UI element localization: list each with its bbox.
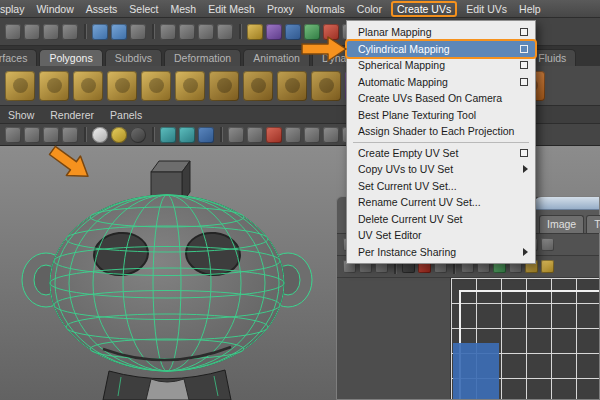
poly-helix-icon[interactable] xyxy=(311,71,341,101)
wireframe-display-icon[interactable] xyxy=(92,127,108,143)
file-new-icon[interactable] xyxy=(5,24,21,40)
uv-shaded-region xyxy=(453,343,499,399)
submenu-arrow-icon xyxy=(523,248,528,256)
menu-item-delete-current-uv-set[interactable]: Delete Current UV Set xyxy=(347,211,535,228)
poly-pyramid-icon[interactable] xyxy=(243,71,273,101)
menu-item-create-empty-uv-set[interactable]: Create Empty UV Set xyxy=(347,145,535,162)
menu-item-label: Create Empty UV Set xyxy=(358,147,516,159)
menu-item-label: Set Current UV Set... xyxy=(358,180,528,192)
menu-item-label: Assign Shader to Each Projection xyxy=(358,125,528,137)
shadows-icon[interactable] xyxy=(179,127,195,143)
poly-prism-icon[interactable] xyxy=(209,71,239,101)
uv-editor-side-panel xyxy=(337,278,451,399)
image-plane-icon[interactable] xyxy=(62,127,78,143)
menubar-item-edit-uvs[interactable]: Edit UVs xyxy=(460,3,513,15)
option-box-icon[interactable] xyxy=(520,45,528,53)
uv-menu-textures[interactable]: Textures xyxy=(586,215,600,233)
menu-item-planar-mapping[interactable]: Planar Mapping xyxy=(347,24,535,41)
menu-item-create-uvs-based-on-camera[interactable]: Create UVs Based On Camera xyxy=(347,90,535,107)
menubar-item-normals[interactable]: Normals xyxy=(300,3,351,15)
construction-history-icon[interactable] xyxy=(285,24,301,40)
screen-ao-icon[interactable] xyxy=(198,127,214,143)
menubar-item-assets[interactable]: Assets xyxy=(80,3,124,15)
uv-layout-icon[interactable] xyxy=(541,238,554,251)
menu-item-rename-current-uv-set[interactable]: Rename Current UV Set... xyxy=(347,194,535,211)
shelf-tab-polygons[interactable]: Polygons xyxy=(39,49,102,66)
menu-item-label: Cylindrical Mapping xyxy=(358,43,516,55)
menu-item-best-plane-texturing-tool[interactable]: Best Plane Texturing Tool xyxy=(347,107,535,124)
poly-sphere-icon[interactable] xyxy=(5,71,35,101)
menu-item-per-instance-sharing[interactable]: Per Instance Sharing xyxy=(347,244,535,261)
uv-grid-view[interactable] xyxy=(451,278,599,399)
shelf-tab-subdivs[interactable]: Subdivs xyxy=(105,49,162,66)
menu-item-label: Copy UVs to UV Set xyxy=(358,163,519,175)
panel-menu-renderer[interactable]: Renderer xyxy=(50,109,94,121)
menu-item-label: Per Instance Sharing xyxy=(358,246,519,258)
lighting-icon[interactable] xyxy=(160,127,176,143)
menubar-item-edit-mesh[interactable]: Edit Mesh xyxy=(202,3,261,15)
select-object-icon[interactable] xyxy=(111,24,127,40)
film-gate-icon[interactable] xyxy=(323,127,339,143)
file-open-icon[interactable] xyxy=(24,24,40,40)
menu-item-automatic-mapping[interactable]: Automatic Mapping xyxy=(347,74,535,91)
file-save-icon[interactable] xyxy=(43,24,59,40)
menu-item-cylindrical-mapping[interactable]: Cylindrical Mapping xyxy=(347,41,535,58)
menubar-item-help[interactable]: Help xyxy=(513,3,547,15)
shelf-tab-animation[interactable]: Animation xyxy=(243,49,310,66)
menubar-item-window[interactable]: Window xyxy=(30,3,79,15)
poly-cylinder-icon[interactable] xyxy=(73,71,103,101)
poly-torus-icon[interactable] xyxy=(175,71,205,101)
select-camera-icon[interactable] xyxy=(5,127,21,143)
poly-cone-icon[interactable] xyxy=(107,71,137,101)
undo-icon[interactable] xyxy=(62,24,78,40)
menu-item-spherical-mapping[interactable]: Spherical Mapping xyxy=(347,57,535,74)
snap-to-points-icon[interactable] xyxy=(198,24,214,40)
isolate-select-icon[interactable] xyxy=(228,127,244,143)
menubar-item-display[interactable]: Display xyxy=(0,3,30,15)
poly-cube-icon[interactable] xyxy=(39,71,69,101)
menu-item-assign-shader-to-each-projection[interactable]: Assign Shader to Each Projection xyxy=(347,123,535,140)
gamma-icon[interactable] xyxy=(285,127,301,143)
input-connections-icon[interactable] xyxy=(247,24,263,40)
paste-uvs-icon[interactable] xyxy=(541,260,554,273)
menu-item-label: Best Plane Texturing Tool xyxy=(358,109,528,121)
shelf-tab-deformation[interactable]: Deformation xyxy=(164,49,241,66)
option-box-icon[interactable] xyxy=(520,149,528,157)
main-menubar: Display Window Assets Select Mesh Edit M… xyxy=(0,0,600,18)
select-component-icon[interactable] xyxy=(130,24,146,40)
panel-menu-panels[interactable]: Panels xyxy=(110,109,142,121)
menu-item-uv-set-editor[interactable]: UV Set Editor xyxy=(347,227,535,244)
panel-menu-show[interactable]: Show xyxy=(8,109,34,121)
option-box-icon[interactable] xyxy=(520,28,528,36)
option-box-icon[interactable] xyxy=(520,78,528,86)
xray-icon[interactable] xyxy=(247,127,263,143)
menu-item-copy-uvs-to-uv-set[interactable]: Copy UVs to UV Set xyxy=(347,161,535,178)
poly-pipe-icon[interactable] xyxy=(277,71,307,101)
smooth-shade-icon[interactable] xyxy=(111,127,127,143)
menu-item-label: UV Set Editor xyxy=(358,229,528,241)
menubar-item-mesh[interactable]: Mesh xyxy=(165,3,203,15)
snap-to-grids-icon[interactable] xyxy=(160,24,176,40)
snap-to-planes-icon[interactable] xyxy=(217,24,233,40)
uv-menu-image[interactable]: Image xyxy=(539,215,584,233)
camera-attributes-icon[interactable] xyxy=(24,127,40,143)
poly-plane-icon[interactable] xyxy=(141,71,171,101)
option-box-icon[interactable] xyxy=(520,61,528,69)
menubar-item-proxy[interactable]: Proxy xyxy=(261,3,300,15)
menubar-item-select[interactable]: Select xyxy=(123,3,164,15)
exposure-icon[interactable] xyxy=(266,127,282,143)
grid-toggle-icon[interactable] xyxy=(304,127,320,143)
menubar-item-create-uvs[interactable]: Create UVs xyxy=(391,1,457,17)
menu-item-label: Create UVs Based On Camera xyxy=(358,92,528,104)
create-uvs-dropdown-menu: Planar Mapping Cylindrical Mapping Spher… xyxy=(346,20,536,264)
menubar-item-color[interactable]: Color xyxy=(351,3,388,15)
uv-editor-titlebar[interactable] xyxy=(534,197,599,210)
snap-to-curves-icon[interactable] xyxy=(179,24,195,40)
menu-item-set-current-uv-set[interactable]: Set Current UV Set... xyxy=(347,178,535,195)
textured-display-icon[interactable] xyxy=(130,127,146,143)
callout-arrow-menu-icon xyxy=(301,36,347,66)
output-connections-icon[interactable] xyxy=(266,24,282,40)
shelf-tab-surfaces[interactable]: Surfaces xyxy=(0,49,37,66)
select-hierarchy-icon[interactable] xyxy=(92,24,108,40)
bookmark-icon[interactable] xyxy=(43,127,59,143)
